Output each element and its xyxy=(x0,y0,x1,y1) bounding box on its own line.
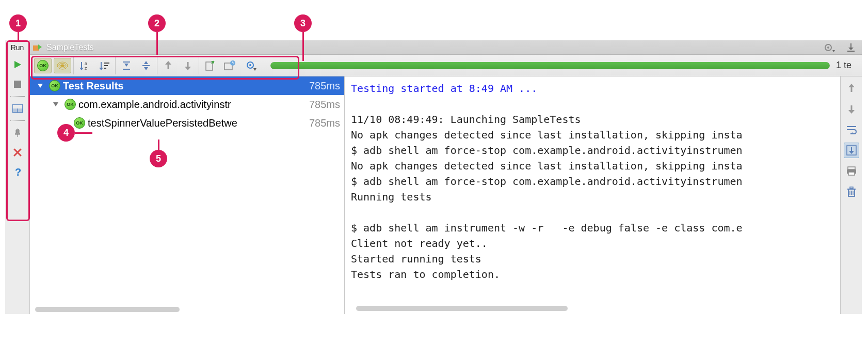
callout-2: 2 xyxy=(148,14,166,32)
run-tool-window: Run ? SampleTests xyxy=(5,40,862,314)
expand-all-button[interactable] xyxy=(118,58,135,73)
sort-alpha-button[interactable]: az xyxy=(76,58,93,73)
tree-root-time: 785ms xyxy=(309,80,340,92)
next-failed-button[interactable] xyxy=(179,58,197,73)
svg-marker-27 xyxy=(124,64,128,67)
svg-marker-7 xyxy=(38,44,42,50)
console-action-rail xyxy=(840,76,862,314)
rerun-button[interactable] xyxy=(10,57,25,72)
clear-all-button[interactable] xyxy=(844,184,859,199)
svg-marker-51 xyxy=(848,110,855,114)
svg-marker-49 xyxy=(848,84,855,87)
svg-rect-59 xyxy=(848,172,855,175)
svg-point-16 xyxy=(60,64,65,67)
svg-marker-47 xyxy=(53,102,58,106)
content-area: SampleTests OK xyxy=(30,40,862,314)
svg-point-9 xyxy=(827,47,829,49)
svg-text:z: z xyxy=(85,66,87,71)
tab-title: SampleTests xyxy=(46,43,94,52)
tab-bar: SampleTests xyxy=(30,40,862,55)
callout-1: 1 xyxy=(9,14,27,32)
print-button[interactable] xyxy=(844,163,859,179)
settings-dropdown-icon[interactable] xyxy=(822,40,837,55)
show-ignored-button[interactable] xyxy=(54,58,71,73)
ok-icon: OK xyxy=(37,60,49,71)
collapse-all-button[interactable] xyxy=(137,58,155,73)
console-h-scrollbar[interactable] xyxy=(356,306,568,311)
svg-rect-65 xyxy=(850,187,853,189)
console-output[interactable]: Testing started at 8:49 AM ... 11/10 08:… xyxy=(345,76,840,314)
tree-test-time: 785ms xyxy=(309,117,340,129)
test-config-icon xyxy=(33,43,42,52)
progress-fill xyxy=(270,62,830,69)
test-progress-bar xyxy=(270,62,830,69)
svg-marker-30 xyxy=(144,61,148,64)
svg-marker-12 xyxy=(848,48,854,50)
test-toolbar: OK az xyxy=(30,55,862,76)
callout-3: 3 xyxy=(294,14,312,32)
close-button[interactable] xyxy=(10,145,25,160)
svg-marker-33 xyxy=(165,61,171,65)
layout-button[interactable] xyxy=(10,101,25,116)
svg-marker-46 xyxy=(38,84,43,88)
svg-marker-18 xyxy=(79,68,84,70)
ok-icon: OK xyxy=(49,80,60,91)
callout-5: 5 xyxy=(150,150,167,167)
tree-root-row[interactable]: OK Test Results 785ms xyxy=(30,76,344,95)
disclosure-down-icon[interactable] xyxy=(36,82,44,90)
tree-package-time: 785ms xyxy=(309,99,340,111)
disclosure-down-icon[interactable] xyxy=(52,100,60,109)
test-tree[interactable]: OK Test Results 785ms OK com.example.and… xyxy=(30,76,345,314)
scroll-to-end-button[interactable] xyxy=(844,143,859,158)
stop-button[interactable] xyxy=(10,76,25,92)
svg-marker-10 xyxy=(832,50,835,52)
show-passed-button[interactable]: OK xyxy=(34,58,52,73)
tree-h-scrollbar[interactable] xyxy=(35,307,180,312)
prev-failed-button[interactable] xyxy=(159,58,177,73)
svg-marker-45 xyxy=(253,68,256,71)
tree-test-row[interactable]: OK testSpinnerValuePersistedBetwe 785ms xyxy=(30,114,344,132)
scroll-down-button[interactable] xyxy=(844,101,859,117)
left-action-rail: Run ? xyxy=(5,40,30,314)
svg-marker-22 xyxy=(99,68,103,70)
soft-wrap-button[interactable] xyxy=(844,122,859,137)
ok-icon: OK xyxy=(65,99,76,110)
tree-test-label: testSpinnerValuePersistedBetwe xyxy=(88,117,306,129)
pin-button[interactable] xyxy=(10,125,25,141)
ok-icon: OK xyxy=(74,117,85,129)
svg-marker-31 xyxy=(144,67,148,70)
svg-point-44 xyxy=(249,64,251,66)
scroll-up-button[interactable] xyxy=(844,81,859,96)
callout-4: 4 xyxy=(57,124,75,142)
tree-package-label: com.example.android.activityinstr xyxy=(78,99,306,111)
svg-rect-57 xyxy=(848,167,855,169)
download-icon[interactable] xyxy=(843,40,859,55)
test-count-label: 1 te xyxy=(836,60,851,71)
svg-rect-1 xyxy=(14,81,21,88)
help-button[interactable]: ? xyxy=(10,164,25,180)
console-pane: Testing started at 8:49 AM ... 11/10 08:… xyxy=(345,76,862,314)
svg-marker-56 xyxy=(849,151,854,154)
export-results-button[interactable] xyxy=(201,58,219,73)
import-results-button[interactable] xyxy=(221,58,238,73)
sort-duration-button[interactable] xyxy=(95,58,113,73)
svg-marker-0 xyxy=(14,61,21,68)
tree-package-row[interactable]: OK com.example.android.activityinstr 785… xyxy=(30,95,344,114)
svg-marker-35 xyxy=(185,67,191,70)
tree-root-label: Test Results xyxy=(63,80,306,92)
svg-marker-53 xyxy=(850,132,853,134)
run-label: Run xyxy=(11,43,24,52)
console-started-line: Testing started at 8:49 AM ... xyxy=(351,82,537,95)
test-settings-button[interactable] xyxy=(243,58,260,73)
svg-text:?: ? xyxy=(15,167,21,177)
